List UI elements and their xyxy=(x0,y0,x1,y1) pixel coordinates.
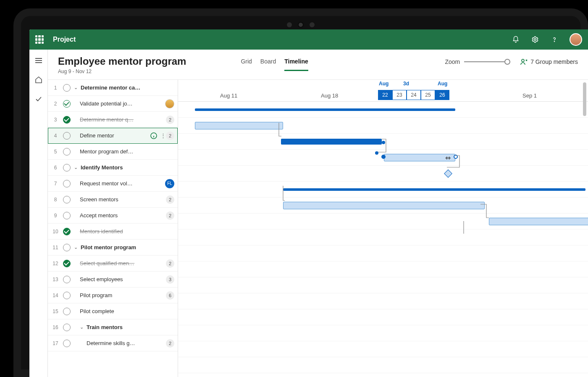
info-icon[interactable] xyxy=(150,132,157,139)
gantt-row[interactable] xyxy=(178,277,588,293)
task-row[interactable]: 5Mentor program def… xyxy=(48,144,178,160)
task-row[interactable]: 2Validate potential jo… xyxy=(48,96,178,112)
more-icon[interactable]: ⋮ xyxy=(160,132,166,139)
status-circle[interactable] xyxy=(63,84,71,92)
gantt-row[interactable] xyxy=(178,293,588,309)
row-number: 15 xyxy=(51,308,60,314)
row-number: 1 xyxy=(51,85,60,91)
tab-timeline[interactable]: Timeline xyxy=(284,58,308,71)
task-list: 1⌄Determine mentor ca…2Validate potentia… xyxy=(48,80,178,377)
resize-handle-right[interactable] xyxy=(454,155,458,159)
task-row[interactable]: 6⌄Identify Mentors xyxy=(48,160,178,176)
project-title: Employee mentor program xyxy=(58,55,186,67)
progress-bar[interactable] xyxy=(281,139,382,145)
gantt-row[interactable] xyxy=(178,102,588,118)
status-circle[interactable] xyxy=(63,260,71,267)
task-row[interactable]: 15Pilot complete xyxy=(48,303,178,319)
settings-icon[interactable] xyxy=(531,35,539,44)
task-row[interactable]: 9Accept mentors2 xyxy=(48,208,178,224)
assignee-avatar[interactable]: FL xyxy=(165,179,174,188)
task-row[interactable]: 12Select qualified men…2 xyxy=(48,256,178,272)
gantt-row[interactable] xyxy=(178,134,588,150)
app-launcher-icon[interactable] xyxy=(35,35,44,44)
task-row[interactable]: 16⌄Train mentors xyxy=(48,319,178,335)
task-row[interactable]: 14Pilot program6 xyxy=(48,287,178,303)
timeline-selection-range[interactable]: Aug 3d Aug 22 23 24 25 26 xyxy=(378,82,449,99)
summary-bar[interactable] xyxy=(195,108,455,111)
notifications-icon[interactable] xyxy=(512,35,520,44)
home-icon[interactable] xyxy=(29,73,48,87)
status-circle[interactable] xyxy=(63,212,71,219)
timeline-date-label: Aug 18 xyxy=(321,92,338,99)
task-row[interactable]: 1⌄Determine mentor ca… xyxy=(48,80,178,96)
task-row[interactable]: 11⌄Pilot mentor program xyxy=(48,240,178,256)
task-name: Mentors identified xyxy=(80,228,174,235)
status-circle[interactable] xyxy=(63,276,71,283)
vertical-scrollbar[interactable] xyxy=(583,80,587,377)
tab-grid[interactable]: Grid xyxy=(241,58,252,71)
status-circle[interactable] xyxy=(63,340,71,347)
milestone-marker[interactable] xyxy=(444,169,452,178)
gantt-row[interactable] xyxy=(178,118,588,134)
gantt-chart[interactable]: Aug 11 Aug 18 Sep 1 Aug 3d Aug 22 23 24 … xyxy=(178,80,588,377)
members-label: 7 Group members xyxy=(530,58,578,65)
status-circle[interactable] xyxy=(63,244,71,251)
resize-handle-left[interactable] xyxy=(381,155,386,159)
menu-toggle-icon[interactable] xyxy=(29,54,48,67)
gantt-row[interactable] xyxy=(178,229,588,245)
checkmark-icon[interactable] xyxy=(29,92,48,106)
gantt-row[interactable] xyxy=(178,357,588,373)
task-row[interactable]: 13Select employees3 xyxy=(48,272,178,287)
svg-point-0 xyxy=(534,39,536,41)
zoom-slider[interactable] xyxy=(464,61,510,62)
status-circle[interactable] xyxy=(63,324,71,331)
status-circle[interactable] xyxy=(63,148,71,156)
status-circle[interactable] xyxy=(63,292,71,299)
chevron-down-icon[interactable]: ⌄ xyxy=(74,245,79,250)
gantt-row[interactable]: ⇔ xyxy=(178,150,588,166)
status-circle[interactable] xyxy=(63,180,71,187)
status-circle[interactable] xyxy=(63,100,71,108)
group-members-button[interactable]: 7 Group members xyxy=(520,58,578,66)
gantt-row[interactable] xyxy=(178,182,588,198)
row-number: 7 xyxy=(51,181,60,187)
status-circle[interactable] xyxy=(63,164,71,171)
task-name: Train mentors xyxy=(87,324,174,330)
user-avatar[interactable] xyxy=(570,33,582,46)
task-row[interactable]: 4Define mentor⋮2 xyxy=(48,128,178,144)
task-row[interactable]: 10Mentors identified xyxy=(48,224,178,240)
task-bar[interactable] xyxy=(283,202,485,209)
gantt-row[interactable] xyxy=(178,245,588,261)
task-name: Pilot program xyxy=(80,292,166,298)
status-circle[interactable] xyxy=(63,196,71,203)
task-row[interactable]: 7Request mentor vol…FL xyxy=(48,176,178,192)
task-row[interactable]: 3Determine mentor q…2 xyxy=(48,112,178,128)
task-bar[interactable] xyxy=(195,122,283,129)
task-name: Determine mentor q… xyxy=(80,116,166,123)
task-name: Define mentor xyxy=(80,132,149,139)
chevron-down-icon[interactable]: ⌄ xyxy=(74,85,79,90)
gantt-row[interactable] xyxy=(178,261,588,277)
status-circle[interactable] xyxy=(63,228,71,235)
gantt-row[interactable] xyxy=(178,309,588,325)
gantt-row[interactable] xyxy=(178,341,588,357)
summary-bar[interactable] xyxy=(283,188,585,191)
timeline-date-label: Sep 1 xyxy=(522,92,537,99)
assignee-avatar[interactable] xyxy=(165,99,174,108)
help-icon[interactable] xyxy=(550,35,559,44)
task-bar[interactable] xyxy=(489,218,588,225)
chevron-down-icon[interactable]: ⌄ xyxy=(80,324,85,330)
gantt-row[interactable] xyxy=(178,166,588,182)
status-circle[interactable] xyxy=(63,132,71,140)
task-row[interactable]: 8Screen mentors2 xyxy=(48,192,178,208)
task-row[interactable]: 17Determine skills g…2 xyxy=(48,335,178,351)
gantt-row[interactable] xyxy=(178,214,588,229)
tab-board[interactable]: Board xyxy=(260,58,276,71)
task-bar[interactable] xyxy=(384,154,455,161)
gantt-row[interactable] xyxy=(178,325,588,341)
gantt-row[interactable] xyxy=(178,198,588,214)
zoom-control[interactable]: Zoom xyxy=(445,58,510,65)
status-circle[interactable] xyxy=(63,308,71,315)
status-circle[interactable] xyxy=(63,116,71,124)
chevron-down-icon[interactable]: ⌄ xyxy=(74,165,79,170)
